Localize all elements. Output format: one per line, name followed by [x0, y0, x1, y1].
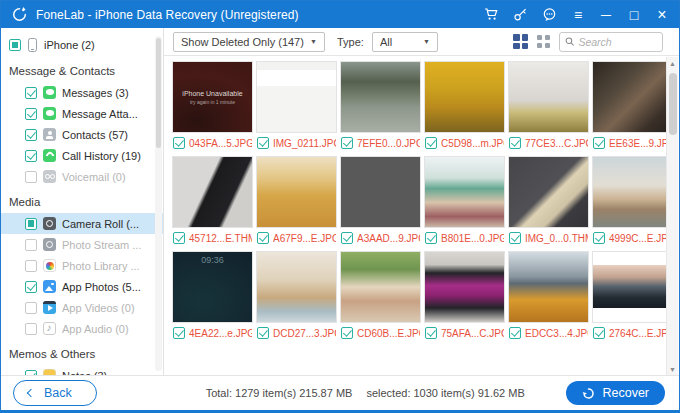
list-view-toggle[interactable] — [536, 34, 551, 49]
sidebar-item-voicemail[interactable]: Voicemail (0) — [1, 166, 163, 187]
store-cart-icon[interactable] — [484, 7, 499, 22]
photo-card[interactable]: 7EFE0...0.JPG — [340, 61, 421, 149]
photo-thumbnail[interactable] — [340, 61, 421, 133]
photo-thumbnail[interactable]: iPhone Unavailabletry again in 1 minute — [172, 61, 253, 133]
photo-card[interactable]: 45712...E.THM — [172, 156, 253, 244]
photo-card[interactable]: 77CE3...C.JPG — [508, 61, 589, 149]
photo-thumbnail[interactable] — [256, 61, 337, 133]
photo-checkbox[interactable] — [593, 137, 605, 149]
sidebar-item-app-videos[interactable]: App Videos (0) — [1, 297, 163, 318]
device-checkbox[interactable] — [9, 39, 21, 51]
sidebar-item-iphone-device[interactable]: iPhone (2) — [1, 34, 163, 56]
key-register-icon[interactable] — [513, 7, 528, 22]
photo-card[interactable]: A3AAD...9.JPG — [340, 156, 421, 244]
photo-thumbnail[interactable] — [592, 61, 673, 133]
photo-checkbox[interactable] — [593, 327, 605, 339]
photo-card[interactable]: 2764C...E.JPG — [592, 251, 673, 339]
menu-icon[interactable]: ≡ — [571, 8, 585, 22]
sidebar-item-app-photos[interactable]: App Photos (5... — [1, 276, 163, 297]
photo-card[interactable]: B801E...0.JPG — [424, 156, 505, 244]
photo-checkbox[interactable] — [593, 232, 605, 244]
photo-thumbnail[interactable] — [592, 251, 673, 323]
photo-checkbox[interactable] — [257, 137, 269, 149]
type-dropdown[interactable]: All ▼ — [372, 32, 438, 52]
checkbox[interactable] — [25, 218, 37, 230]
photo-thumbnail[interactable] — [172, 156, 253, 228]
photo-card[interactable]: A67F9...E.JPG — [256, 156, 337, 244]
photo-thumbnail[interactable] — [424, 156, 505, 228]
checkbox[interactable] — [25, 239, 37, 251]
photo-checkbox[interactable] — [341, 327, 353, 339]
photo-checkbox[interactable] — [341, 137, 353, 149]
photo-card[interactable]: 75AFA...C.JPG — [424, 251, 505, 339]
checkbox[interactable] — [25, 370, 37, 376]
back-button[interactable]: Back — [13, 380, 97, 406]
checkbox[interactable] — [25, 260, 37, 272]
sidebar-scrollbar-thumb[interactable] — [156, 38, 161, 148]
sidebar-item-app-audio[interactable]: App Audio (0) — [1, 318, 163, 339]
photo-checkbox[interactable] — [425, 137, 437, 149]
sidebar-item-photo-library[interactable]: Photo Library ... — [1, 255, 163, 276]
search-box[interactable] — [559, 32, 663, 52]
photo-checkbox[interactable] — [509, 327, 521, 339]
photo-card[interactable]: EDCC3...4.JPG — [508, 251, 589, 339]
photo-checkbox[interactable] — [341, 232, 353, 244]
recover-button[interactable]: Recover — [566, 381, 665, 405]
photo-card[interactable]: 09:36 4EA22...e.JPG — [172, 251, 253, 339]
photo-thumbnail[interactable] — [508, 61, 589, 133]
photo-checkbox[interactable] — [173, 137, 185, 149]
scroll-down-icon[interactable]: ▼ — [669, 363, 676, 375]
scroll-up-icon[interactable]: ▲ — [669, 57, 676, 69]
checkbox[interactable] — [25, 150, 37, 162]
photo-card[interactable]: iPhone Unavailabletry again in 1 minute … — [172, 61, 253, 149]
photo-thumbnail[interactable] — [592, 156, 673, 228]
sidebar-item-notes[interactable]: Notes (3) — [1, 365, 163, 375]
vertical-scrollbar[interactable]: ▲ ▼ — [666, 57, 678, 375]
photo-checkbox[interactable] — [509, 232, 521, 244]
sidebar-item-call-history[interactable]: Call History (19) — [1, 145, 163, 166]
sidebar-item-camera-roll[interactable]: Camera Roll (... — [1, 213, 163, 234]
photo-thumbnail[interactable] — [424, 61, 505, 133]
search-input[interactable] — [578, 36, 657, 48]
sidebar-item-photo-stream[interactable]: Photo Stream ... — [1, 234, 163, 255]
photo-card[interactable]: 4999C...E.JPG — [592, 156, 673, 244]
feedback-icon[interactable] — [542, 7, 557, 22]
photo-thumbnail[interactable] — [340, 156, 421, 228]
photo-checkbox[interactable] — [173, 327, 185, 339]
photo-card[interactable]: IMG_0...0.THM — [508, 156, 589, 244]
photo-card[interactable]: CD60B...E.JPG — [340, 251, 421, 339]
scrollbar-thumb[interactable] — [669, 73, 677, 135]
photo-thumbnail[interactable] — [424, 251, 505, 323]
sidebar-item-message-attachments[interactable]: Message Atta... — [1, 103, 163, 124]
deleted-filter-dropdown[interactable]: Show Deleted Only (147) ▼ — [173, 32, 325, 52]
sidebar-scrollbar[interactable] — [155, 36, 162, 371]
checkbox[interactable] — [25, 108, 37, 120]
maximize-icon[interactable]: □ — [627, 8, 641, 22]
photo-checkbox[interactable] — [425, 232, 437, 244]
photo-card[interactable]: DCD27...3.JPG — [256, 251, 337, 339]
photo-checkbox[interactable] — [509, 137, 521, 149]
checkbox[interactable] — [25, 171, 37, 183]
photo-thumbnail[interactable] — [508, 251, 589, 323]
photo-checkbox[interactable] — [257, 232, 269, 244]
sidebar-item-messages[interactable]: Messages (3) — [1, 82, 163, 103]
sidebar-item-contacts[interactable]: Contacts (57) — [1, 124, 163, 145]
photo-thumbnail[interactable] — [256, 156, 337, 228]
photo-thumbnail[interactable] — [508, 156, 589, 228]
photo-card[interactable]: C5D98...m.JPG — [424, 61, 505, 149]
photo-checkbox[interactable] — [257, 327, 269, 339]
checkbox[interactable] — [25, 87, 37, 99]
checkbox[interactable] — [25, 281, 37, 293]
checkbox[interactable] — [25, 302, 37, 314]
close-icon[interactable]: × — [655, 7, 669, 23]
photo-checkbox[interactable] — [425, 327, 437, 339]
photo-thumbnail[interactable] — [256, 251, 337, 323]
checkbox[interactable] — [25, 129, 37, 141]
photo-thumbnail[interactable] — [340, 251, 421, 323]
photo-card[interactable]: EE63E...9.JPG — [592, 61, 673, 149]
grid-view-toggle[interactable] — [513, 34, 528, 49]
photo-thumbnail[interactable]: 09:36 — [172, 251, 253, 323]
photo-card[interactable]: IMG_0211.JPG — [256, 61, 337, 149]
checkbox[interactable] — [25, 323, 37, 335]
photo-checkbox[interactable] — [173, 232, 185, 244]
